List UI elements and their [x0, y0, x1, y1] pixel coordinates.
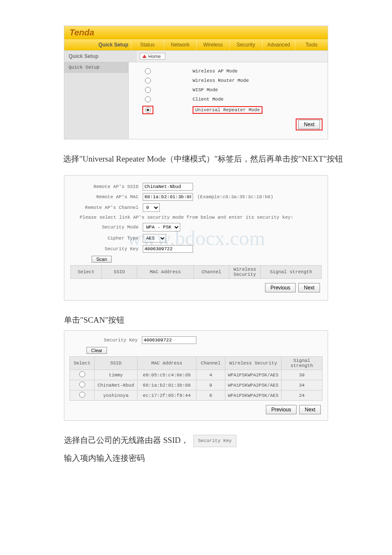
instruction-text-2: 单击"SCAN"按钮: [64, 312, 328, 328]
table-row: timmy e0:05:c5:c4:8e:d8 4 WPA1PSKWPA2PSK…: [70, 370, 323, 380]
home-icon: [142, 55, 147, 58]
radio-wisp-mode[interactable]: [145, 87, 151, 93]
tab-status[interactable]: Status: [131, 39, 164, 50]
radio-repeater-mode[interactable]: [145, 107, 151, 113]
instruction-text-4: 输入项内输入连接密码: [64, 451, 328, 466]
next-button[interactable]: Next: [299, 405, 321, 414]
input-security-key-2[interactable]: [142, 336, 196, 344]
label-router-mode: Wireless Router Mode: [167, 78, 328, 83]
mac-example: (Example:c8:3a:35:3c:10:b8): [197, 194, 273, 199]
subheader: Quick Setup Home: [64, 50, 328, 62]
scan-results-table: Select SSID MAC Address Channel Wireless…: [69, 356, 323, 401]
radio-ap-mode[interactable]: [145, 68, 151, 74]
security-note: Please select link AP's security mode fr…: [70, 213, 322, 222]
table-row: ChinaNet-Nbud 68:1a:b2:01:3b:08 9 WPA1PS…: [70, 380, 323, 390]
cell-ssid: yoshinoya: [95, 390, 138, 401]
input-security-key[interactable]: [143, 245, 193, 253]
brand-logo-text: Tenda: [69, 28, 94, 38]
label-security-key-2: Security Key: [69, 338, 142, 343]
cell-channel: 6: [196, 390, 225, 401]
ap-config-panel: www.bdocx.com Remote AP's SSID Remote AP…: [64, 175, 328, 301]
th-mac: MAC Address: [137, 266, 194, 279]
th-channel: Channel: [196, 357, 225, 370]
cell-mac: 68:1a:b2:01:3b:08: [137, 380, 196, 390]
th-channel: Channel: [194, 266, 229, 279]
instruction-text-3-prefix: 选择自己公司的无线路由器 SSID，: [64, 436, 189, 445]
router-admin-panel: Tenda Quick Setup Status Network Wireles…: [64, 26, 328, 139]
select-row-2[interactable]: [79, 392, 85, 398]
th-select: Select: [71, 266, 102, 279]
scan-button[interactable]: Scan: [92, 256, 112, 263]
tab-wireless[interactable]: Wireless: [196, 39, 229, 50]
th-ssid: SSID: [95, 357, 138, 370]
label-security-key: Security Key: [70, 246, 143, 251]
th-signal: Signal strength: [261, 266, 322, 279]
input-remote-mac[interactable]: [143, 193, 193, 201]
cell-ssid: ChinaNet-Nbud: [95, 380, 138, 390]
main-content: Wireless AP Mode Wireless Router Mode WI…: [129, 62, 328, 139]
select-security-mode[interactable]: WPA - PSK: [143, 223, 180, 231]
label-cipher-type: Cipher Type: [70, 236, 143, 241]
instruction-text-1: 选择"Universal Repeater Mode（中继模式）"标签后，然后再…: [47, 151, 345, 167]
quick-setup-label: Quick Setup: [64, 39, 131, 50]
security-key-badge: Security Key: [193, 435, 236, 447]
tab-network[interactable]: Network: [164, 39, 196, 50]
select-row-0[interactable]: [79, 371, 85, 377]
select-cipher-type[interactable]: AES: [143, 234, 166, 243]
home-button[interactable]: Home: [140, 53, 165, 60]
previous-button[interactable]: Previous: [265, 283, 296, 292]
label-client-mode: Client Mode: [167, 97, 328, 102]
input-remote-ssid[interactable]: [143, 183, 193, 191]
cell-sec: WPA1PSKWPA2PSK/AES: [225, 390, 281, 401]
sidebar: Quick Setup: [64, 62, 129, 139]
radio-client-mode[interactable]: [145, 96, 151, 102]
th-wsec: Wireless Security: [229, 266, 261, 279]
instruction-text-3: 选择自己公司的无线路由器 SSID， Security Key: [64, 433, 328, 448]
tab-tools[interactable]: Tools: [295, 39, 328, 50]
select-remote-channel[interactable]: 9: [143, 203, 160, 212]
tab-advanced[interactable]: Advanced: [262, 39, 295, 50]
radio-router-mode[interactable]: [145, 78, 151, 84]
th-mac: MAC Address: [137, 357, 196, 370]
home-label: Home: [148, 54, 161, 59]
cell-channel: 9: [196, 380, 225, 390]
clear-button[interactable]: Clear: [86, 347, 107, 354]
label-wisp-mode: WISP Mode: [167, 87, 328, 92]
side-title: Quick Setup: [64, 51, 137, 62]
cell-mac: e0:05:c5:c4:8e:d8: [137, 370, 196, 380]
select-row-1[interactable]: [79, 382, 85, 387]
label-remote-channel: Remote AP's Channel: [70, 205, 143, 210]
brand-header: Tenda: [64, 26, 328, 39]
scan-results-panel: Security Key Clear Select SSID MAC Addre…: [64, 330, 328, 421]
scan-results-table-empty: Select SSID MAC Address Channel Wireless…: [70, 265, 322, 279]
th-ssid: SSID: [102, 266, 137, 279]
next-button[interactable]: Next: [298, 283, 320, 292]
sidebar-item-quick-setup[interactable]: Quick Setup: [64, 62, 128, 73]
th-select: Select: [70, 357, 95, 370]
label-repeater-mode: Universal Repeater Mode: [193, 106, 262, 114]
table-row: yoshinoya ec:17:2f:65:f9:44 6 WPA1PSKWPA…: [70, 390, 323, 401]
label-remote-mac: Remote AP's MAC: [70, 194, 143, 199]
top-tabs: Quick Setup Status Network Wireless Secu…: [64, 39, 328, 50]
cell-sec: WPA1PSKWPA2PSK/AES: [225, 370, 281, 380]
th-wsec: Wireless Security: [225, 357, 281, 370]
next-button[interactable]: Next: [298, 120, 320, 129]
cell-mac: ec:17:2f:65:f9:44: [137, 390, 196, 401]
cell-signal: 39: [281, 370, 322, 380]
th-signal: Signal strength: [281, 357, 322, 370]
cell-signal: 34: [281, 380, 322, 390]
tab-security[interactable]: Security: [229, 39, 262, 50]
cell-ssid: timmy: [95, 370, 138, 380]
cell-channel: 4: [196, 370, 225, 380]
cell-signal: 24: [281, 390, 322, 401]
label-security-mode: Security Mode: [70, 225, 143, 230]
label-remote-ssid: Remote AP's SSID: [70, 184, 143, 189]
previous-button[interactable]: Previous: [266, 405, 297, 414]
label-ap-mode: Wireless AP Mode: [167, 69, 328, 74]
cell-sec: WPA1PSKWPA2PSK/AES: [225, 380, 281, 390]
